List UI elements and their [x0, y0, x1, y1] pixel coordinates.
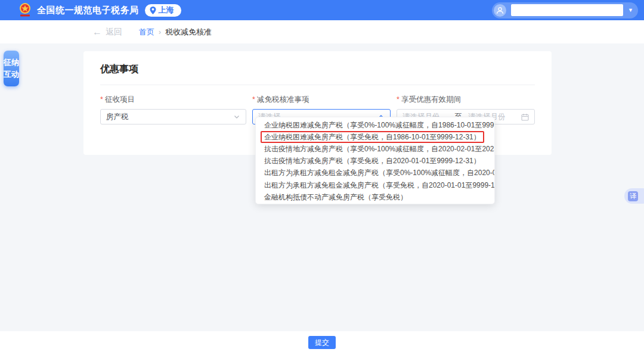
- breadcrumb-home[interactable]: 首页: [139, 27, 154, 38]
- required-mark: *: [252, 95, 255, 104]
- side-tab-label: 征纳互动: [4, 57, 19, 80]
- required-mark: *: [100, 95, 103, 104]
- field-label: *享受优惠有效期间: [397, 95, 535, 105]
- interaction-side-tab[interactable]: 征纳互动: [4, 51, 19, 86]
- translate-icon: 译: [628, 191, 638, 201]
- user-widget[interactable]: [492, 2, 638, 18]
- back-button[interactable]: 返回: [106, 27, 122, 38]
- calendar-icon: [521, 113, 529, 121]
- chevron-down-icon: [233, 113, 240, 120]
- field-label: *征收项目: [100, 95, 246, 105]
- person-icon: [496, 7, 504, 14]
- location-label: 上海: [159, 5, 174, 15]
- dropdown-list: 企业纳税困难减免房产税（享受0%-100%减征幅度，自1986-10-01至99…: [255, 117, 495, 204]
- tax-bureau-emblem-logo: [18, 2, 32, 18]
- submit-button[interactable]: 提交: [308, 336, 336, 349]
- collection-item-select[interactable]: 房产税: [100, 109, 246, 124]
- translate-fab[interactable]: 译: [624, 188, 644, 204]
- app-title: 全国统一规范电子税务局: [37, 5, 139, 16]
- location-pin-icon: [150, 7, 156, 14]
- app-header: 全国统一规范电子税务局 上海: [0, 0, 644, 20]
- dropdown-option[interactable]: 金融机构抵债不动产减免房产税（享受免税）: [256, 191, 494, 203]
- user-menu-caret-icon[interactable]: [628, 8, 633, 13]
- back-arrow-icon[interactable]: [92, 27, 102, 38]
- section-title: 优惠事项: [83, 51, 552, 85]
- dropdown-option[interactable]: 出租方为承租方减免租金减免房产税（享受免税，自2020-01-01至9999-1…: [256, 179, 494, 191]
- location-badge[interactable]: 上海: [145, 4, 181, 17]
- required-mark: *: [397, 95, 400, 104]
- dropdown-option-highlighted[interactable]: 企业纳税困难减免房产税（享受免税，自1986-10-01至9999-12-31）: [256, 131, 494, 143]
- dropdown-option[interactable]: 企业纳税困难减免房产税（享受0%-100%减征幅度，自1986-10-01至99…: [256, 119, 494, 131]
- user-name-field[interactable]: [511, 4, 623, 16]
- breadcrumb-separator: ›: [159, 28, 161, 36]
- breadcrumb-current: 税收减免核准: [165, 27, 212, 38]
- field-label: *减免税核准事项: [252, 95, 391, 105]
- dropdown-option[interactable]: 抗击疫情地方减免房产税（享受免税，自2020-01-01至9999-12-31）: [256, 155, 494, 167]
- field-collection-item: *征收项目 房产税: [100, 95, 246, 124]
- dropdown-option[interactable]: 抗击疫情地方减免房产税（享受0%-100%减征幅度，自2020-02-01至20…: [256, 143, 494, 155]
- breadcrumb: 返回 首页 › 税收减免核准: [0, 20, 644, 43]
- user-avatar: [494, 4, 506, 17]
- footer-bar: 提交: [0, 331, 644, 355]
- selected-value: 房产税: [106, 112, 231, 122]
- dropdown-option[interactable]: 出租方为承租方减免租金减免房产税（享受0%-100%减征幅度，自2020-01-…: [256, 167, 494, 179]
